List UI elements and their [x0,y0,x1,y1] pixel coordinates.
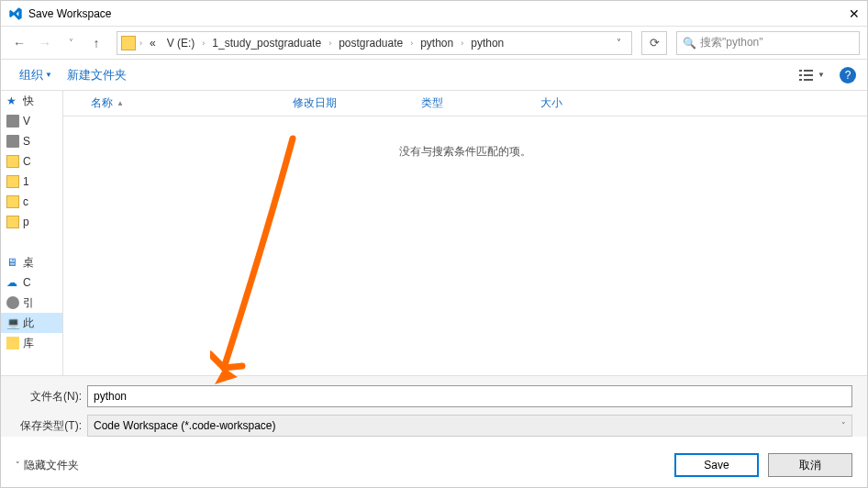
chevron-down-icon: ˅ [16,460,20,470]
new-folder-button[interactable]: 新建文件夹 [60,63,134,87]
back-button[interactable]: ← [8,32,30,54]
filename-input[interactable] [87,385,852,407]
desktop-icon: 🖥 [6,256,19,269]
user-icon [6,296,19,309]
drive-icon [6,135,19,148]
sidebar-item[interactable]: V [1,111,62,131]
breadcrumb[interactable]: › « V (E:) › 1_study_postgraduate › post… [117,31,632,55]
column-name[interactable]: 名称▲ [63,95,284,111]
sidebar-item-favorites[interactable]: ★快 [1,91,62,111]
filetype-label: 保存类型(T): [16,418,82,434]
computer-icon: 💻 [6,316,19,329]
filetype-select[interactable]: Code Workspace (*.code-workspace) ˅ [87,415,852,437]
chevron-down-icon: ˅ [841,421,846,430]
cloud-icon: ☁ [6,276,19,289]
search-input[interactable]: 🔍 搜索"python" [676,31,860,55]
search-icon: 🔍 [683,37,696,50]
up-button[interactable]: ˅ [60,32,82,54]
close-button[interactable]: ✕ [832,6,860,21]
sidebar-item[interactable]: c [1,192,62,212]
svg-rect-2 [799,79,802,81]
view-options-button[interactable]: ▼ [794,65,830,85]
folder-icon [121,36,136,50]
folder-icon [6,195,19,208]
sidebar-item[interactable]: 1 [1,172,62,192]
save-button[interactable]: Save [674,453,759,477]
breadcrumb-item[interactable]: python [467,35,507,51]
folder-icon [6,216,19,228]
sidebar-item-thispc[interactable]: 💻此 [1,313,62,333]
sidebar-item-libraries[interactable]: 库 [1,333,62,353]
svg-rect-0 [799,70,802,72]
column-size[interactable]: 大小 [531,95,623,111]
view-icon [799,69,816,82]
folder-icon [6,155,19,168]
column-date[interactable]: 修改日期 [284,95,412,111]
library-icon [6,337,19,349]
vscode-icon [8,6,23,21]
breadcrumb-item[interactable]: python [417,35,457,51]
sidebar-item-onedrive[interactable]: ☁C [1,272,62,293]
sidebar-item[interactable]: p [1,212,62,232]
sidebar: ★快 V S C 1 c p 🖥桌 ☁C 引 💻此 库 [1,91,63,375]
drive-icon [6,115,19,128]
hide-folders-toggle[interactable]: ˅ 隐藏文件夹 [16,458,79,473]
star-icon: ★ [6,94,19,107]
svg-rect-1 [799,74,802,76]
folder-icon [6,175,19,188]
parent-button[interactable]: ↑ [85,32,107,54]
help-button[interactable]: ? [840,67,856,83]
empty-message: 没有与搜索条件匹配的项。 [63,116,867,160]
cancel-button[interactable]: 取消 [768,453,852,477]
chevron-right-icon: › [461,39,463,48]
sidebar-item[interactable]: C [1,151,62,172]
sidebar-item[interactable]: S [1,131,62,151]
forward-button[interactable]: → [34,32,56,54]
chevron-down-icon[interactable]: ˅ [609,38,628,48]
svg-rect-3 [804,70,813,72]
column-type[interactable]: 类型 [412,95,531,111]
breadcrumb-item[interactable]: postgraduate [335,35,406,51]
breadcrumb-item[interactable]: 1_study_postgraduate [208,35,325,51]
chevron-right-icon: › [328,39,331,48]
sidebar-item-user[interactable]: 引 [1,293,62,313]
svg-rect-4 [804,74,813,76]
breadcrumb-item[interactable]: V (E:) [163,35,199,51]
chevron-right-icon: › [410,39,413,48]
chevron-right-icon: › [139,39,142,48]
refresh-button[interactable]: ⟳ [641,31,667,55]
chevron-right-icon: › [202,39,205,48]
organize-button[interactable]: 组织 ▼ [12,63,60,87]
file-list: 名称▲ 修改日期 类型 大小 没有与搜索条件匹配的项。 [63,91,867,375]
filename-label: 文件名(N): [16,389,82,405]
window-title: Save Workspace [28,7,832,20]
sidebar-separator [1,232,62,252]
svg-rect-5 [804,79,813,81]
annotation-arrow [210,129,311,395]
sort-arrow-icon: ▲ [117,99,124,107]
sidebar-item-desktop[interactable]: 🖥桌 [1,252,62,272]
